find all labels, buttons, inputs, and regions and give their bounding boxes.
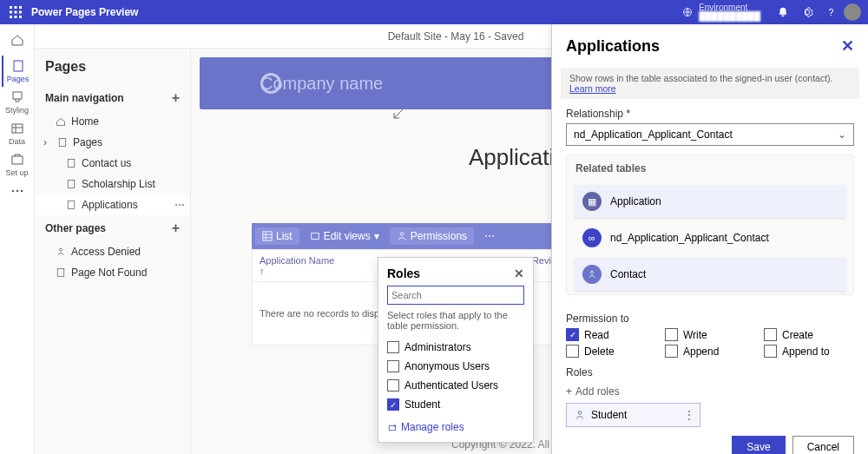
app-title: Power Pages Preview — [31, 6, 138, 18]
person-icon — [574, 409, 586, 421]
rail-label: Set up — [5, 168, 28, 177]
list-toolbar: List Edit views ▾ Permissions ⋯ — [252, 223, 590, 249]
svg-rect-8 — [19, 16, 22, 18]
svg-rect-5 — [19, 11, 22, 14]
role-anonymous[interactable]: Anonymous Users — [387, 357, 524, 376]
back-arrow-icon[interactable] — [391, 106, 406, 125]
svg-rect-20 — [68, 181, 75, 188]
env-value: ██████████ — [699, 11, 760, 21]
more-icon[interactable]: ⋮ — [684, 409, 694, 421]
section-other: Other pages + — [35, 215, 190, 241]
home-icon[interactable] — [2, 30, 33, 56]
roles-popup: Roles ✕ Select roles that apply to the t… — [378, 257, 534, 443]
section-main-nav: Main navigation + — [35, 85, 190, 111]
nav-access-denied[interactable]: Access Denied — [35, 241, 190, 262]
svg-rect-23 — [57, 269, 64, 277]
logo-icon — [260, 73, 281, 94]
learn-more-link[interactable]: Learn more — [569, 83, 616, 94]
perm-write[interactable]: Write — [665, 328, 755, 341]
help-icon[interactable]: ? — [819, 0, 844, 24]
svg-rect-7 — [15, 16, 17, 18]
svg-rect-11 — [14, 61, 23, 71]
svg-rect-1 — [15, 6, 17, 9]
toolbar-list[interactable]: List — [255, 227, 299, 245]
toolbar-edit-views[interactable]: Edit views ▾ — [303, 227, 386, 245]
pages-title: Pages — [35, 49, 190, 85]
role-student[interactable]: ✓Student — [387, 395, 524, 414]
svg-point-29 — [578, 411, 582, 415]
related-application[interactable]: ▦ Application — [574, 185, 846, 218]
perm-title: Permission to — [552, 304, 868, 328]
role-authenticated[interactable]: Authenticated Users — [387, 376, 524, 395]
rail-more[interactable] — [2, 181, 33, 203]
manage-roles-link[interactable]: Manage roles — [387, 421, 524, 433]
roles-title: Roles — [387, 266, 420, 280]
rail-pages[interactable]: Pages — [2, 56, 33, 87]
related-join[interactable]: ∞ nd_Application_Applicant_Contact — [574, 221, 846, 254]
sort-icon: ↑ — [260, 266, 265, 276]
svg-rect-13 — [12, 124, 23, 133]
role-chip-student[interactable]: Student ⋮ — [566, 403, 700, 427]
nav-contact[interactable]: Contact us — [35, 153, 190, 174]
toolbar-permissions[interactable]: Permissions — [390, 227, 474, 245]
info-bar: Show rows in the table associated to the… — [561, 68, 859, 99]
link-icon: ∞ — [582, 228, 602, 247]
add-page-icon[interactable]: + — [172, 90, 180, 106]
roles-search-input[interactable] — [387, 286, 524, 305]
nav-applications[interactable]: Applications ⋯ — [35, 194, 190, 215]
svg-rect-21 — [68, 201, 75, 209]
svg-rect-14 — [12, 156, 23, 164]
svg-rect-3 — [10, 11, 12, 14]
perm-delete[interactable]: Delete — [566, 345, 656, 358]
plus-icon: + — [566, 385, 572, 398]
settings-icon[interactable] — [795, 0, 819, 24]
nav-home[interactable]: Home — [35, 111, 190, 132]
nav-scholarship[interactable]: Scholarship List — [35, 174, 190, 194]
svg-point-17 — [20, 190, 23, 193]
related-tables: Related tables ▦ Application ∞ nd_Applic… — [566, 155, 854, 295]
close-icon[interactable]: ✕ — [514, 266, 524, 280]
table-icon: ▦ — [582, 192, 602, 211]
rail-label: Pages — [7, 75, 30, 83]
roles-section-title: Roles — [552, 358, 868, 382]
perm-create[interactable]: Create — [764, 328, 854, 341]
add-page-icon[interactable]: + — [172, 220, 180, 236]
nav-pages[interactable]: › Pages — [35, 132, 190, 153]
page-status: Default Site - May 16 - Saved — [388, 30, 524, 43]
col-name[interactable]: Application Name ↑ — [260, 255, 361, 276]
rail-setup[interactable]: Set up — [2, 149, 33, 181]
role-admin[interactable]: Administrators — [387, 338, 524, 357]
nav-not-found[interactable]: Page Not Found — [35, 262, 190, 283]
related-contact[interactable]: Contact — [574, 258, 846, 291]
notifications-icon[interactable] — [771, 0, 795, 24]
svg-point-26 — [400, 233, 403, 235]
roles-hint: Select roles that apply to the table per… — [387, 310, 524, 331]
add-roles-button[interactable]: + Add roles — [566, 385, 854, 398]
user-avatar[interactable] — [844, 3, 861, 21]
permissions-panel: Applications ✕ Show rows in the table as… — [551, 24, 868, 454]
rail-styling[interactable]: Styling — [2, 87, 33, 118]
cancel-button[interactable]: Cancel — [792, 436, 854, 454]
app-launcher-icon[interactable] — [7, 3, 24, 21]
perm-append[interactable]: Append — [665, 345, 755, 358]
save-button[interactable]: Save — [732, 436, 785, 454]
svg-rect-6 — [10, 16, 12, 18]
perm-append-to[interactable]: Append to — [764, 345, 854, 358]
environment-picker[interactable]: Environment ██████████ — [682, 3, 760, 21]
svg-rect-25 — [311, 234, 319, 240]
relationship-select[interactable]: nd_Application_Applicant_Contact ⌄ — [566, 123, 854, 146]
svg-rect-4 — [15, 11, 17, 14]
person-icon — [582, 265, 602, 284]
perm-read[interactable]: ✓Read — [566, 328, 656, 341]
toolbar-more[interactable]: ⋯ — [477, 227, 502, 245]
more-icon[interactable]: ⋯ — [174, 199, 185, 211]
svg-rect-24 — [263, 232, 272, 240]
svg-point-28 — [591, 271, 594, 273]
svg-text:?: ? — [829, 7, 834, 17]
svg-rect-0 — [10, 6, 12, 9]
chevron-right-icon: › — [43, 136, 52, 148]
rail-data[interactable]: Data — [2, 118, 33, 149]
svg-point-16 — [16, 190, 18, 193]
svg-rect-18 — [59, 139, 66, 147]
close-icon[interactable]: ✕ — [841, 36, 854, 56]
